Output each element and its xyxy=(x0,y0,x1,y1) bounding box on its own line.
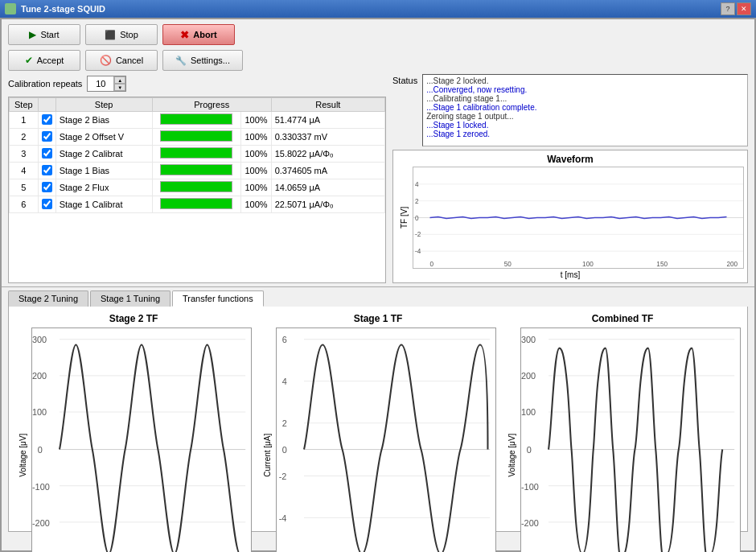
window-controls: ? ✕ xyxy=(721,2,751,15)
left-panel: Calibration repeats ▲ ▼ Step xyxy=(8,74,386,283)
svg-text:0: 0 xyxy=(282,445,287,455)
row-name: Stage 1 Calibrat xyxy=(55,196,152,213)
calibration-table: Step Step Progress Result 1 Stage 2 Bias… xyxy=(8,97,386,283)
calibration-repeats-row: Calibration repeats ▲ ▼ xyxy=(8,74,386,93)
row-checkbox-cell[interactable] xyxy=(38,196,55,213)
title-bar: Tune 2-stage SQUID ? ✕ xyxy=(0,0,756,18)
row-result: 22.5071 μA/Φ₀ xyxy=(271,196,384,213)
row-checkbox-cell[interactable] xyxy=(38,129,55,146)
chart-combined-tf: Combined TF Voltage [μV] 300 200 100 xyxy=(504,313,741,525)
status-message: Zeroing stage 1 output... xyxy=(426,112,744,121)
chart-stage2-y-label: Voltage [μV] xyxy=(15,327,30,552)
row-checkbox-cell[interactable] xyxy=(38,163,55,179)
chart-stage2-tf: Stage 2 TF Voltage [μV] 300 xyxy=(15,313,252,525)
calibration-repeats-label: Calibration repeats xyxy=(8,79,82,89)
row-percent: 100% xyxy=(240,146,271,163)
row-num: 3 xyxy=(10,146,39,163)
row-checkbox-cell[interactable] xyxy=(38,179,55,196)
status-label: Status xyxy=(392,74,417,85)
row-percent: 100% xyxy=(240,163,271,179)
accept-button[interactable]: ✔ Accept xyxy=(8,50,80,71)
row-checkbox[interactable] xyxy=(42,165,52,175)
svg-text:200: 200 xyxy=(727,261,738,268)
row-checkbox[interactable] xyxy=(42,182,52,192)
svg-text:2: 2 xyxy=(282,418,287,428)
svg-text:-4: -4 xyxy=(279,513,287,522)
row-num: 1 xyxy=(10,112,39,129)
abort-icon: ✖ xyxy=(180,29,189,41)
svg-text:150: 150 xyxy=(656,261,668,268)
settings-button[interactable]: 🔧 Settings... xyxy=(162,50,243,71)
stop-icon: ⬛ xyxy=(105,30,116,40)
table-row: 3 Stage 2 Calibrat 100% 15.8022 μA/Φ₀ xyxy=(10,146,385,163)
row-checkbox[interactable] xyxy=(42,199,52,209)
svg-text:100: 100 xyxy=(582,261,594,268)
row-result: 15.8022 μA/Φ₀ xyxy=(271,146,384,163)
spinner-up[interactable]: ▲ xyxy=(114,76,125,84)
row-checkbox[interactable] xyxy=(42,114,52,125)
table-row: 1 Stage 2 Bias 100% 51.4774 μA xyxy=(10,112,385,129)
svg-text:-2: -2 xyxy=(279,471,287,480)
svg-text:100: 100 xyxy=(32,407,47,417)
col-header-check xyxy=(38,98,55,112)
col-header-step: Step xyxy=(10,98,39,112)
svg-text:2: 2 xyxy=(415,198,419,205)
cancel-button[interactable]: 🚫 Cancel xyxy=(85,50,158,71)
row-percent: 100% xyxy=(240,129,271,146)
svg-text:50: 50 xyxy=(504,261,512,268)
svg-text:100: 100 xyxy=(521,407,536,417)
svg-text:6: 6 xyxy=(282,335,287,344)
row-num: 4 xyxy=(10,163,39,179)
status-message: ...Stage 2 locked. xyxy=(426,76,744,85)
svg-text:-200: -200 xyxy=(521,518,539,528)
row-checkbox-cell[interactable] xyxy=(38,112,55,129)
svg-text:-200: -200 xyxy=(32,518,50,528)
status-message: ...Stage 1 calibration complete. xyxy=(426,103,744,112)
row-checkbox-cell[interactable] xyxy=(38,146,55,163)
row-result: 0.330337 mV xyxy=(271,129,384,146)
svg-text:200: 200 xyxy=(521,371,536,381)
row-num: 5 xyxy=(10,179,39,196)
abort-button[interactable]: ✖ Abort xyxy=(162,24,235,45)
right-panel: Status ...Stage 2 locked....Converged, n… xyxy=(392,74,748,283)
svg-text:4: 4 xyxy=(282,377,287,386)
row-progress xyxy=(152,163,240,179)
row-num: 6 xyxy=(10,196,39,213)
window-title: Tune 2-stage SQUID xyxy=(21,4,105,14)
svg-text:-4: -4 xyxy=(415,248,421,255)
row-checkbox[interactable] xyxy=(42,131,52,142)
tab-bar: Stage 2 Tuning Stage 1 Tuning Transfer f… xyxy=(2,287,754,307)
status-log[interactable]: ...Stage 2 locked....Converged, now rese… xyxy=(422,74,748,146)
col-header-result: Result xyxy=(271,98,384,112)
help-button[interactable]: ? xyxy=(721,2,735,15)
tab-stage2-tuning[interactable]: Stage 2 Tuning xyxy=(8,290,88,307)
status-message: ...Converged, now resetting. xyxy=(426,85,744,94)
chart-combined-y-label: Voltage [μV] xyxy=(504,327,519,552)
svg-text:300: 300 xyxy=(521,335,536,344)
tab-stage1-tuning[interactable]: Stage 1 Tuning xyxy=(90,290,171,307)
chart-stage1-tf: Stage 1 TF Current [μA] 6 4 2 xyxy=(260,313,496,525)
chart-combined-box: 300 200 100 0 -100 -200 -300 -2 -1.5 -1 … xyxy=(520,327,741,552)
row-progress xyxy=(152,196,240,213)
table-row: 5 Stage 2 Flux 100% 14.0659 μA xyxy=(10,179,385,196)
status-message: ...Stage 1 zeroed. xyxy=(426,130,744,138)
chart-combined-title: Combined TF xyxy=(592,313,654,324)
chart-stage1-y-label: Current [μA] xyxy=(260,327,274,552)
waveform-title: Waveform xyxy=(396,154,744,165)
row-progress xyxy=(152,146,240,163)
svg-text:0: 0 xyxy=(430,261,434,268)
spinner-down[interactable]: ▼ xyxy=(114,84,125,91)
close-button[interactable]: ✕ xyxy=(737,2,751,15)
svg-text:-2: -2 xyxy=(415,231,421,238)
svg-text:300: 300 xyxy=(32,335,47,344)
tab-transfer-functions[interactable]: Transfer functions xyxy=(172,290,264,307)
chart-stage2-box: 300 200 100 0 -100 -200 -300 -3 -2 -1 0 … xyxy=(31,327,252,552)
check-icon: ✔ xyxy=(25,55,33,66)
waveform-y-label: TF [V] xyxy=(396,167,411,269)
start-button[interactable]: ▶ Start xyxy=(8,24,80,45)
tabs-section: Stage 2 Tuning Stage 1 Tuning Transfer f… xyxy=(2,286,754,307)
calibration-repeats-input[interactable] xyxy=(88,76,113,91)
waveform-section: Waveform TF [V] 4 2 xyxy=(392,150,748,283)
row-checkbox[interactable] xyxy=(42,148,52,159)
stop-button[interactable]: ⬛ Stop xyxy=(85,24,158,45)
